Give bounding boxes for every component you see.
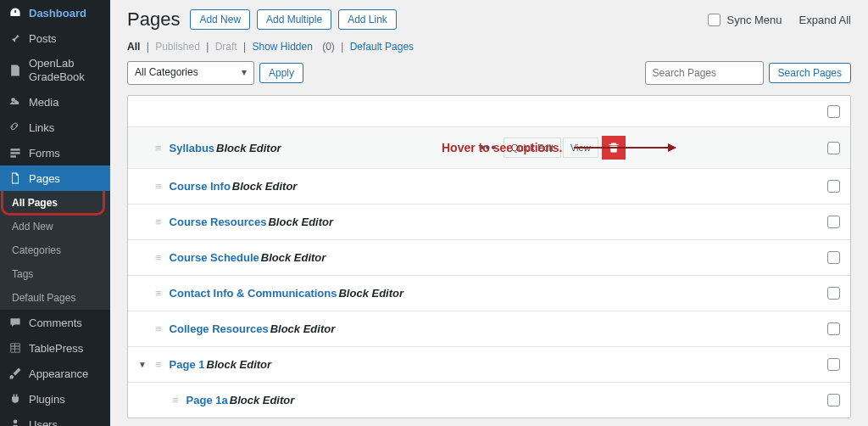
collapse-toggle-icon[interactable]: ▼ bbox=[138, 360, 150, 369]
sidebar-label: Forms bbox=[29, 147, 60, 160]
search-input[interactable] bbox=[645, 61, 764, 85]
row-checkbox[interactable] bbox=[827, 322, 840, 335]
sidebar-item-pages[interactable]: Pages bbox=[0, 165, 110, 191]
svg-rect-3 bbox=[10, 155, 15, 157]
editor-badge: Block Editor bbox=[216, 142, 281, 154]
filter-all[interactable]: All bbox=[127, 41, 140, 53]
row-checkbox[interactable] bbox=[827, 180, 840, 193]
arrow-icon bbox=[574, 147, 676, 149]
sidebar-sub-label: Add New bbox=[12, 221, 53, 233]
sidebar-item-comments[interactable]: Comments bbox=[0, 310, 110, 335]
controls-row: All Categories Apply Search Pages bbox=[127, 61, 851, 85]
page-row[interactable]: ≡ Course Resources Block Editor bbox=[128, 204, 850, 239]
editor-badge: Block Editor bbox=[232, 180, 298, 193]
editor-badge: Block Editor bbox=[338, 287, 403, 300]
media-icon bbox=[8, 95, 22, 109]
filter-draft: Draft bbox=[215, 41, 237, 53]
row-checkbox[interactable] bbox=[827, 358, 840, 371]
expand-all-button[interactable]: Expand All bbox=[799, 14, 851, 26]
page-row[interactable]: ≡ Contact Info & Communications Block Ed… bbox=[128, 275, 850, 311]
sidebar-sub-label: All Pages bbox=[12, 197, 58, 209]
drag-handle-icon[interactable]: ≡ bbox=[155, 216, 163, 228]
sync-menu-label[interactable]: Sync Menu bbox=[727, 14, 782, 26]
sidebar-sub-default-pages[interactable]: Default Pages bbox=[0, 286, 110, 310]
sidebar-item-posts[interactable]: Posts bbox=[0, 25, 110, 51]
sidebar-label: Posts bbox=[29, 32, 57, 45]
sidebar-item-appearance[interactable]: Appearance bbox=[0, 361, 110, 386]
row-checkbox[interactable] bbox=[827, 394, 840, 406]
page-title-link[interactable]: Course Schedule bbox=[170, 251, 259, 264]
main-content: Pages Add New Add Multiple Add Link Sync… bbox=[110, 0, 868, 426]
drag-handle-icon[interactable]: ≡ bbox=[155, 358, 163, 371]
user-icon bbox=[8, 418, 22, 426]
drag-handle-icon[interactable]: ≡ bbox=[155, 287, 163, 300]
sidebar-sub-label: Tags bbox=[12, 268, 33, 280]
svg-rect-1 bbox=[10, 149, 19, 150]
add-multiple-button[interactable]: Add Multiple bbox=[257, 9, 331, 30]
page-title-link[interactable]: Course Info bbox=[170, 180, 231, 193]
page-icon bbox=[8, 171, 22, 185]
sidebar-label: TablePress bbox=[29, 342, 83, 355]
page-title-link[interactable]: Contact Info & Communications bbox=[170, 287, 337, 300]
add-new-button[interactable]: Add New bbox=[190, 9, 250, 30]
row-checkbox[interactable] bbox=[827, 287, 840, 300]
sidebar-item-plugins[interactable]: Plugins bbox=[0, 386, 110, 412]
sidebar-label: Pages bbox=[29, 172, 60, 185]
filter-show-hidden[interactable]: Show Hidden bbox=[252, 41, 312, 53]
sidebar-item-dashboard[interactable]: Dashboard bbox=[0, 0, 110, 25]
filter-published: Published bbox=[155, 41, 200, 53]
annotation: Hover to see options. bbox=[442, 141, 676, 154]
row-checkbox[interactable] bbox=[827, 142, 840, 154]
sync-menu-checkbox[interactable] bbox=[708, 14, 721, 26]
page-header: Pages Add New Add Multiple Add Link Sync… bbox=[127, 8, 851, 31]
page-title-link[interactable]: Page 1 bbox=[170, 358, 205, 371]
sidebar-item-gradebook[interactable]: OpenLab GradeBook bbox=[0, 51, 110, 89]
filter-default-pages[interactable]: Default Pages bbox=[350, 41, 414, 53]
sidebar-sub-categories[interactable]: Categories bbox=[0, 238, 110, 262]
select-all-checkbox[interactable] bbox=[827, 105, 840, 118]
page-row[interactable]: ≡ Course Info Block Editor bbox=[128, 168, 850, 204]
page-title-link[interactable]: Course Resources bbox=[170, 216, 267, 228]
apply-button[interactable]: Apply bbox=[259, 63, 303, 83]
page-title: Pages bbox=[127, 8, 180, 31]
drag-handle-icon[interactable]: ≡ bbox=[155, 322, 163, 335]
plug-icon bbox=[8, 392, 22, 406]
drag-handle-icon[interactable]: ≡ bbox=[155, 142, 163, 154]
page-row[interactable]: ≡ Page 1a Block Editor bbox=[128, 382, 850, 418]
sidebar-item-tablepress[interactable]: TablePress bbox=[0, 335, 110, 361]
sidebar-label: Comments bbox=[29, 317, 82, 329]
row-checkbox[interactable] bbox=[827, 251, 840, 264]
page-title-link[interactable]: Page 1a bbox=[186, 394, 228, 406]
gauge-icon bbox=[8, 6, 22, 20]
row-checkbox[interactable] bbox=[827, 216, 840, 228]
admin-sidebar: Dashboard Posts OpenLab GradeBook Media … bbox=[0, 0, 110, 426]
sidebar-item-forms[interactable]: Forms bbox=[0, 140, 110, 165]
search-button[interactable]: Search Pages bbox=[769, 63, 851, 83]
page-title-link[interactable]: College Resources bbox=[170, 322, 269, 335]
category-select[interactable]: All Categories bbox=[127, 61, 254, 85]
sidebar-label: Media bbox=[29, 96, 58, 109]
sidebar-item-users[interactable]: Users bbox=[0, 412, 110, 426]
page-row[interactable]: ≡ Course Schedule Block Editor bbox=[128, 239, 850, 275]
comment-icon bbox=[8, 316, 22, 329]
add-link-button[interactable]: Add Link bbox=[338, 9, 397, 30]
page-row[interactable]: ≡ College Resources Block Editor bbox=[128, 311, 850, 346]
sidebar-label: OpenLab GradeBook bbox=[29, 57, 102, 83]
list-header bbox=[128, 96, 850, 126]
pin-icon bbox=[8, 31, 22, 45]
sidebar-item-links[interactable]: Links bbox=[0, 115, 110, 140]
page-row[interactable]: ▼ ≡ Page 1 Block Editor bbox=[128, 346, 850, 382]
sidebar-item-media[interactable]: Media bbox=[0, 89, 110, 115]
sidebar-label: Users bbox=[29, 418, 58, 426]
drag-handle-icon[interactable]: ≡ bbox=[172, 394, 180, 406]
sidebar-sub-all-pages[interactable]: All Pages bbox=[0, 191, 110, 215]
editor-badge: Block Editor bbox=[268, 216, 333, 228]
page-title-link[interactable]: Syllabus bbox=[170, 142, 214, 154]
sidebar-sub-tags[interactable]: Tags bbox=[0, 262, 110, 286]
page-row[interactable]: ≡ Syllabus Block Editor Hover to see opt… bbox=[128, 126, 850, 168]
editor-badge: Block Editor bbox=[207, 358, 272, 371]
drag-handle-icon[interactable]: ≡ bbox=[155, 251, 163, 264]
link-icon bbox=[8, 121, 22, 134]
sidebar-sub-add-new[interactable]: Add New bbox=[0, 215, 110, 238]
drag-handle-icon[interactable]: ≡ bbox=[155, 180, 163, 193]
